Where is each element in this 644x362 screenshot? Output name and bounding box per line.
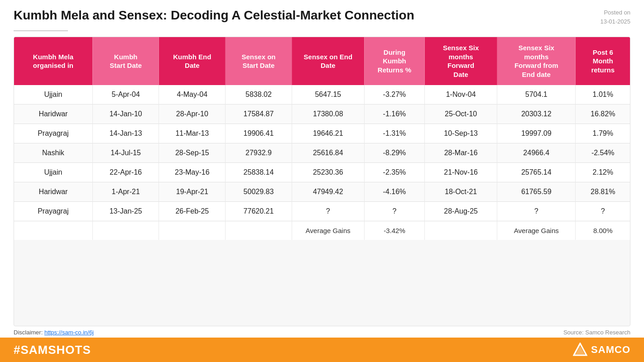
col-header-1: KumbhStart Date [92, 37, 159, 85]
cell-4-7: 25765.14 [497, 163, 576, 182]
cell-0-0: Ujjain [14, 85, 92, 105]
cell-6-3: 77620.21 [226, 202, 292, 221]
cell-0-5: -3.27% [364, 85, 424, 105]
avg-cell-7: Average Gains [497, 221, 576, 240]
cell-1-4: 17380.08 [292, 105, 364, 124]
table-body: Ujjain5-Apr-044-May-045838.025647.15-3.2… [14, 85, 630, 240]
cell-0-4: 5647.15 [292, 85, 364, 105]
cell-2-6: 10-Sep-13 [425, 124, 497, 143]
cell-4-0: Ujjain [14, 163, 92, 182]
cell-6-8: ? [576, 202, 630, 221]
main-table: Kumbh Melaorganised in KumbhStart Date K… [14, 37, 630, 240]
avg-cell-5: -3.42% [364, 221, 424, 240]
bottom-bar: #SAMSHOTS SAMCO [0, 338, 644, 362]
cell-6-0: Prayagraj [14, 202, 92, 221]
samshots-text: #SAMSHOTS [14, 343, 91, 357]
cell-2-3: 19906.41 [226, 124, 292, 143]
cell-6-7: ? [497, 202, 576, 221]
cell-1-2: 28-Apr-10 [159, 105, 226, 124]
avg-cell-8: 8.00% [576, 221, 630, 240]
col-header-4: Sensex on EndDate [292, 37, 364, 85]
cell-4-2: 23-May-16 [159, 163, 226, 182]
cell-5-5: -4.16% [364, 182, 424, 202]
posted-date: 13-01-2025 [601, 18, 631, 25]
cell-5-8: 28.81% [576, 182, 630, 202]
table-row: Prayagraj13-Jan-2526-Feb-2577620.21??28-… [14, 202, 630, 221]
cell-0-3: 5838.02 [226, 85, 292, 105]
cell-1-7: 20303.12 [497, 105, 576, 124]
cell-3-3: 27932.9 [226, 143, 292, 163]
samshots-logo: #SAMSHOTS [14, 343, 91, 357]
cell-2-2: 11-Mar-13 [159, 124, 226, 143]
cell-5-3: 50029.83 [226, 182, 292, 202]
cell-4-5: -2.35% [364, 163, 424, 182]
cell-0-2: 4-May-04 [159, 85, 226, 105]
table-row: Nashik14-Jul-1528-Sep-1527932.925616.84-… [14, 143, 630, 163]
cell-6-4: ? [292, 202, 364, 221]
table-row: Haridwar1-Apr-2119-Apr-2150029.8347949.4… [14, 182, 630, 202]
source-text: Source: Samco Research [563, 329, 630, 336]
posted-on: Posted on 13-01-2025 [601, 8, 631, 26]
cell-1-1: 14-Jan-10 [92, 105, 159, 124]
table-row: Haridwar14-Jan-1028-Apr-1017584.8717380.… [14, 105, 630, 124]
cell-3-4: 25616.84 [292, 143, 364, 163]
avg-cell-6 [425, 221, 497, 240]
cell-1-3: 17584.87 [226, 105, 292, 124]
cell-3-1: 14-Jul-15 [92, 143, 159, 163]
cell-5-0: Haridwar [14, 182, 92, 202]
cell-4-3: 25838.14 [226, 163, 292, 182]
cell-3-8: -2.54% [576, 143, 630, 163]
page-title: Kumbh Mela and Sensex: Decoding A Celest… [14, 8, 414, 23]
col-header-6: Sensex SixmonthsForwardDate [425, 37, 497, 85]
cell-2-8: 1.79% [576, 124, 630, 143]
cell-3-7: 24966.4 [497, 143, 576, 163]
cell-2-5: -1.31% [364, 124, 424, 143]
samco-emblem-icon [573, 343, 587, 357]
avg-cell-4: Average Gains [292, 221, 364, 240]
cell-5-6: 18-Oct-21 [425, 182, 497, 202]
cell-1-5: -1.16% [364, 105, 424, 124]
cell-5-4: 47949.42 [292, 182, 364, 202]
table-container: Kumbh Melaorganised in KumbhStart Date K… [14, 37, 630, 326]
table-row: Ujjain22-Apr-1623-May-1625838.1425230.36… [14, 163, 630, 182]
cell-6-6: 28-Aug-25 [425, 202, 497, 221]
posted-label: Posted on [604, 9, 630, 16]
cell-1-6: 25-Oct-10 [425, 105, 497, 124]
col-header-5: DuringKumbhReturns % [364, 37, 424, 85]
cell-0-8: 1.01% [576, 85, 630, 105]
cell-4-8: 2.12% [576, 163, 630, 182]
table-row: Ujjain5-Apr-044-May-045838.025647.15-3.2… [14, 85, 630, 105]
cell-6-1: 13-Jan-25 [92, 202, 159, 221]
avg-row: Average Gains-3.42%Average Gains8.00% [14, 221, 630, 240]
disclaimer-label: Disclaimer: [14, 329, 44, 336]
cell-2-1: 14-Jan-13 [92, 124, 159, 143]
cell-2-7: 19997.09 [497, 124, 576, 143]
cell-4-6: 21-Nov-16 [425, 163, 497, 182]
table-row: Prayagraj14-Jan-1311-Mar-1319906.4119646… [14, 124, 630, 143]
cell-6-2: 26-Feb-25 [159, 202, 226, 221]
header-row: Kumbh Mela and Sensex: Decoding A Celest… [14, 8, 630, 26]
avg-cell-2 [159, 221, 226, 240]
cell-2-4: 19646.21 [292, 124, 364, 143]
disclaimer-link[interactable]: https://sam-co.in/6j [44, 329, 94, 336]
cell-5-7: 61765.59 [497, 182, 576, 202]
cell-3-2: 28-Sep-15 [159, 143, 226, 163]
col-header-3: Sensex onStart Date [226, 37, 292, 85]
avg-cell-0 [14, 221, 92, 240]
cell-3-5: -8.29% [364, 143, 424, 163]
avg-cell-3 [226, 221, 292, 240]
cell-1-0: Haridwar [14, 105, 92, 124]
cell-4-1: 22-Apr-16 [92, 163, 159, 182]
title-divider [14, 30, 68, 31]
cell-0-6: 1-Nov-04 [425, 85, 497, 105]
cell-6-5: ? [364, 202, 424, 221]
col-header-7: Sensex SixmonthsForward fromEnd date [497, 37, 576, 85]
cell-5-1: 1-Apr-21 [92, 182, 159, 202]
col-header-8: Post 6Monthreturns [576, 37, 630, 85]
col-header-2: Kumbh EndDate [159, 37, 226, 85]
table-header-row: Kumbh Melaorganised in KumbhStart Date K… [14, 37, 630, 85]
cell-1-8: 16.82% [576, 105, 630, 124]
samco-logo: SAMCO [573, 343, 630, 357]
cell-0-1: 5-Apr-04 [92, 85, 159, 105]
page-wrapper: Kumbh Mela and Sensex: Decoding A Celest… [0, 0, 644, 362]
